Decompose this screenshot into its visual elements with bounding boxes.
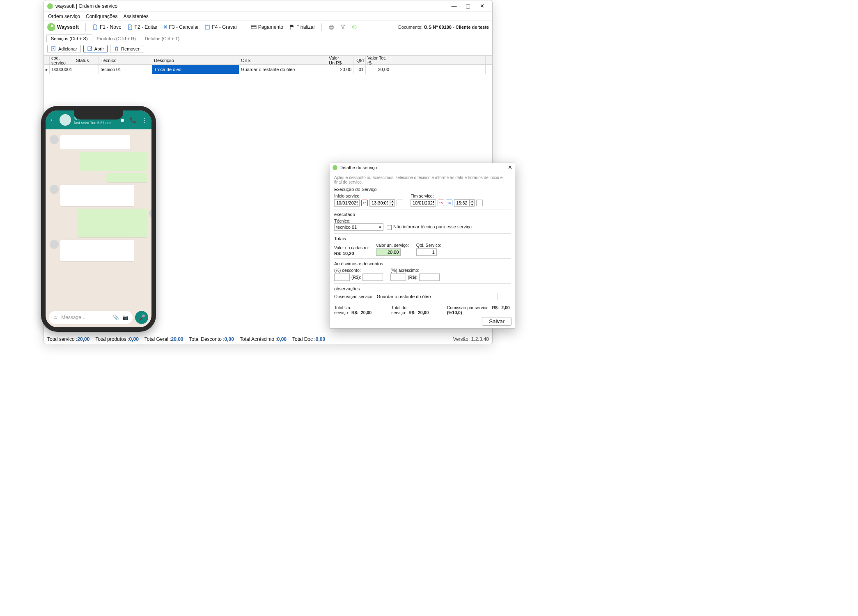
section-acrescimos: Acréscimos e descontos <box>334 261 511 266</box>
bubble-out <box>78 209 147 237</box>
last-seen: last seen Tue 6:57 am <box>74 121 115 125</box>
mic-button[interactable]: 🎤 <box>135 311 148 324</box>
calendar-icon[interactable]: 15 <box>438 200 444 206</box>
tecnico-select[interactable]: tecnico 01▾ <box>334 223 383 231</box>
maximize-button[interactable]: ▢ <box>461 3 475 9</box>
save-icon <box>204 24 210 30</box>
col-desc[interactable]: Descrição <box>152 56 239 64</box>
fim-time-input[interactable] <box>454 199 470 207</box>
avatar-icon <box>50 185 59 194</box>
acrescimo-pct-input[interactable] <box>390 274 406 281</box>
pagamento-button[interactable]: Pagamento <box>251 24 283 30</box>
close-button[interactable]: ✕ <box>475 3 489 9</box>
menu-config[interactable]: Configurações <box>86 14 117 19</box>
detail-dialog: Detalhe do serviço ✕ Aplique desconto ou… <box>330 163 515 329</box>
inicio-extra-box[interactable] <box>397 200 403 206</box>
printer-icon[interactable] <box>328 24 334 30</box>
dialog-hint: Aplique desconto ou acréscimos, selecion… <box>334 175 511 184</box>
selected-cell[interactable]: Troca de oleo <box>152 65 239 74</box>
calendar-icon[interactable]: 15 <box>361 200 368 206</box>
observacao-input[interactable] <box>375 293 498 300</box>
fim-extra-box[interactable] <box>476 200 483 206</box>
minimize-button[interactable]: — <box>447 3 461 9</box>
brand-logo-icon <box>47 23 55 31</box>
bubble-out <box>80 152 147 171</box>
bubble-out <box>106 173 147 182</box>
message-input[interactable]: ☺ Message... 📎 📷 <box>49 311 133 324</box>
col-valor-tot[interactable]: Valor Tot. r$ <box>366 56 391 64</box>
svg-rect-5 <box>330 25 333 26</box>
tab-produtos[interactable]: Produtos (CTrl + R) <box>92 34 140 42</box>
f3-cancelar[interactable]: ✕ F3 - Cancelar <box>163 24 199 30</box>
col-cod[interactable]: cod. serviço <box>50 56 74 64</box>
col-obs[interactable]: OBS <box>239 56 327 64</box>
actionbar: Adicionar Abrir Remover <box>44 42 492 55</box>
acrescimo-rs-input[interactable] <box>419 274 440 281</box>
fim-date-input[interactable] <box>411 199 436 207</box>
emoji-icon[interactable]: ☺ <box>53 315 58 320</box>
svg-rect-1 <box>206 25 209 26</box>
camera-icon[interactable]: 📷 <box>122 315 128 320</box>
col-status[interactable]: Status <box>74 56 99 64</box>
edit-file-icon <box>127 24 133 30</box>
tab-detalhe[interactable]: Detalhe (Ctrl + T) <box>140 34 184 42</box>
no-tecnico-checkbox[interactable]: Não informar técnico para esse serviço <box>387 224 472 230</box>
table-row[interactable]: ▸ 00000001 tecnico 01 Troca de oleo Guar… <box>44 65 492 74</box>
chat-body[interactable] <box>46 129 151 310</box>
back-arrow-icon[interactable]: ← <box>50 116 56 124</box>
version-label: Versão: 1.2.3.40 <box>453 336 489 342</box>
flag-icon <box>289 24 295 30</box>
chevron-down-icon: ▾ <box>379 225 381 230</box>
menu-ordem[interactable]: Ordem serviço <box>48 14 80 19</box>
section-totais: Totais <box>334 236 511 241</box>
funnel-icon[interactable] <box>340 24 346 30</box>
col-valor-un[interactable]: Valor Un.R$ <box>327 56 353 64</box>
video-call-icon[interactable]: ■ <box>121 117 124 123</box>
more-menu-icon[interactable]: ⋮ <box>142 117 147 123</box>
desconto-pct-input[interactable] <box>334 274 350 281</box>
finalizar-button[interactable]: Finalizar <box>289 24 315 30</box>
menubar: Ordem serviço Configurações Assistentes <box>44 12 492 21</box>
remove-button[interactable]: Remover <box>110 45 143 53</box>
section-execucao: Execução do Serviço <box>334 187 511 192</box>
qtd-input[interactable] <box>416 248 437 256</box>
dialog-title: Detalhe do serviço <box>340 165 377 170</box>
valor-un-input[interactable] <box>376 248 401 256</box>
svg-rect-9 <box>88 47 92 51</box>
f2-editar[interactable]: F2 - Editar <box>127 24 158 30</box>
f4-gravar[interactable]: F4 - Gravar <box>204 24 237 30</box>
open-icon <box>87 46 93 52</box>
svg-rect-3 <box>251 26 256 27</box>
avatar-icon <box>149 209 156 218</box>
avatar-icon <box>50 240 59 249</box>
inicio-time-input[interactable] <box>369 199 390 207</box>
phone-mockup: ← Contact last seen Tue 6:57 am ■ 📞 ⋮ ☺ … <box>41 106 156 332</box>
phone-notch <box>74 110 123 120</box>
dialog-titlebar: Detalhe do serviço ✕ <box>330 163 515 172</box>
grid-header: cod. serviço Status Técnico Descrição OB… <box>44 56 492 65</box>
avatar[interactable] <box>60 114 71 126</box>
toolbar: Wayssoft F1 - Novo F2 - Editar ✕ F3 - Ca… <box>44 21 492 33</box>
titlebar: wayssoft | Ordem de serviço — ▢ ✕ <box>44 0 492 12</box>
dialog-close-button[interactable]: ✕ <box>508 164 512 170</box>
document-label: Documento:O.S Nº 00108 - Cliente de test… <box>398 25 489 30</box>
add-button[interactable]: Adicionar <box>47 45 81 53</box>
attach-icon[interactable]: 📎 <box>113 315 119 320</box>
f1-novo[interactable]: F1 - Novo <box>92 24 122 30</box>
col-tecnico[interactable]: Técnico <box>99 56 152 64</box>
app-icon <box>47 3 53 9</box>
menu-assist[interactable]: Assistentes <box>123 14 148 19</box>
calendar-icon[interactable]: 16 <box>446 200 452 206</box>
brand: Wayssoft <box>47 23 79 31</box>
row-indicator-icon: ▸ <box>44 65 50 74</box>
phone-call-icon[interactable]: 📞 <box>130 117 136 123</box>
whatsapp-icon[interactable] <box>351 24 357 30</box>
tab-servicos[interactable]: Serviços (Ctrl + S) <box>46 34 92 42</box>
payment-icon <box>251 24 257 30</box>
open-button[interactable]: Abrir <box>83 45 108 53</box>
status-footer: Total servico :20,00 Total produtos :0,0… <box>44 334 492 344</box>
col-qtd[interactable]: Qtd <box>353 56 366 64</box>
save-button[interactable]: Salvar <box>482 317 512 326</box>
inicio-date-input[interactable] <box>334 199 360 207</box>
desconto-rs-input[interactable] <box>362 274 383 281</box>
